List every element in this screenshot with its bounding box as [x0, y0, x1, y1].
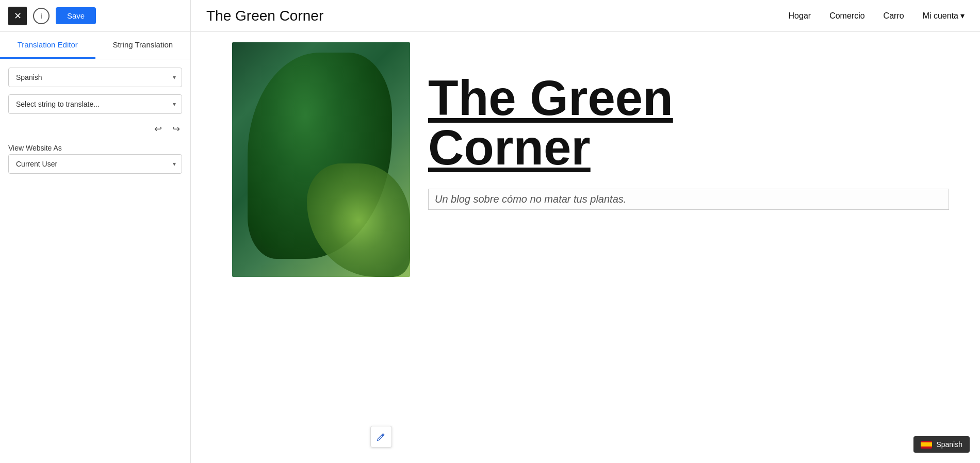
- preview-area: The GreenCorner Un blog sobre cómo no ma…: [191, 32, 980, 463]
- string-select[interactable]: Select string to translate...: [8, 94, 182, 114]
- tab-translation-editor[interactable]: Translation Editor: [0, 32, 95, 59]
- plant-image: [232, 42, 410, 277]
- main-area: Translation Editor String Translation Sp…: [0, 32, 980, 463]
- nav-mi-cuenta[interactable]: Mi cuenta ▾: [923, 11, 965, 21]
- image-section: [191, 32, 407, 463]
- view-website-section: View Website As Current User Guest Admin…: [8, 144, 182, 174]
- spanish-flag-icon: [921, 441, 932, 449]
- language-badge-label: Spanish: [936, 440, 962, 449]
- topbar: ✕ i Save The Green Corner Hogar Comercio…: [0, 0, 980, 32]
- nav-comercio[interactable]: Comercio: [829, 11, 864, 21]
- close-button[interactable]: ✕: [8, 7, 27, 25]
- string-select-wrapper: Select string to translate... ▾: [8, 94, 182, 114]
- topbar-left: ✕ i Save: [0, 0, 191, 31]
- sidebar: Translation Editor String Translation Sp…: [0, 32, 191, 463]
- topbar-right: The Green Corner Hogar Comercio Carro Mi…: [191, 8, 980, 24]
- tabs: Translation Editor String Translation: [0, 32, 190, 59]
- save-button[interactable]: Save: [56, 7, 96, 24]
- nav-hogar[interactable]: Hogar: [789, 11, 811, 21]
- preview-inner: The GreenCorner Un blog sobre cómo no ma…: [191, 32, 980, 463]
- text-section: The GreenCorner Un blog sobre cómo no ma…: [407, 32, 980, 463]
- info-button[interactable]: i: [33, 8, 50, 24]
- view-as-select[interactable]: Current User Guest Administrator: [8, 154, 182, 174]
- pencil-icon: [377, 432, 386, 441]
- tab-string-translation[interactable]: String Translation: [95, 32, 191, 59]
- view-website-label: View Website As: [8, 144, 182, 152]
- language-select-wrapper: Spanish English French German ▾: [8, 68, 182, 87]
- undo-redo-bar: ↩ ↪: [8, 121, 182, 137]
- nav-links: Hogar Comercio Carro Mi cuenta ▾: [789, 11, 965, 21]
- sidebar-content: Spanish English French German ▾ Select s…: [0, 59, 190, 182]
- nav-carro[interactable]: Carro: [884, 11, 904, 21]
- language-badge[interactable]: Spanish: [913, 436, 970, 453]
- hero-title: The GreenCorner: [428, 73, 949, 172]
- view-as-select-wrapper: Current User Guest Administrator ▾: [8, 154, 182, 174]
- redo-button[interactable]: ↪: [170, 121, 182, 137]
- dropdown-arrow-icon: ▾: [960, 11, 965, 21]
- website-content: The GreenCorner Un blog sobre cómo no ma…: [191, 32, 980, 463]
- hero-subtitle: Un blog sobre cómo no matar tus plantas.: [428, 189, 949, 210]
- undo-button[interactable]: ↩: [152, 121, 164, 137]
- site-title: The Green Corner: [206, 8, 323, 24]
- language-select[interactable]: Spanish English French German: [8, 68, 182, 87]
- edit-image-button[interactable]: [370, 426, 392, 448]
